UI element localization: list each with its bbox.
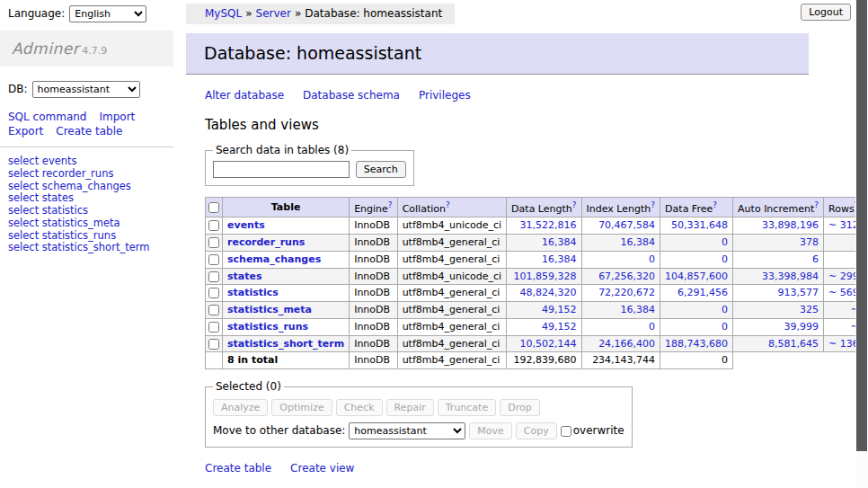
table-name-link[interactable]: recorder_runs xyxy=(227,236,305,248)
table-name-link[interactable]: statistics xyxy=(227,287,279,298)
scrollbar-thumb[interactable] xyxy=(856,0,867,451)
column-header: Table xyxy=(223,198,350,217)
data-free-cell: 6,291,456 xyxy=(660,285,733,302)
sidebar-table-link[interactable]: select recorder_runs xyxy=(8,168,173,180)
adminer-logo-text[interactable]: Adminer xyxy=(12,40,79,58)
collation-cell: utf8mb4_general_ci xyxy=(397,335,506,352)
row-checkbox[interactable] xyxy=(208,305,219,315)
column-help-link[interactable]: ? xyxy=(713,200,717,209)
overwrite-checkbox[interactable] xyxy=(561,426,571,437)
auto-increment-cell: 913,577 xyxy=(733,285,824,302)
column-help-link[interactable]: ? xyxy=(572,200,577,209)
sidebar-table-link[interactable]: select statistics_meta xyxy=(8,217,173,229)
data-length-cell: 16,384 xyxy=(507,251,581,268)
data-length-cell: 49,152 xyxy=(507,318,581,335)
database-action-link[interactable]: Privileges xyxy=(419,89,471,102)
row-checkbox[interactable] xyxy=(208,322,219,333)
copy-button[interactable]: Copy xyxy=(516,422,557,439)
index-length-cell: 0 xyxy=(581,318,660,335)
totals-data-free: 0 xyxy=(660,352,733,369)
table-name-link[interactable]: events xyxy=(227,219,265,231)
select-all-checkbox[interactable] xyxy=(208,202,219,213)
sidebar-table-link[interactable]: select states xyxy=(8,192,173,204)
create-link[interactable]: Create view xyxy=(290,462,354,475)
column-help-link[interactable]: ? xyxy=(388,200,393,209)
row-checkbox[interactable] xyxy=(208,254,219,265)
column-help-link[interactable]: ? xyxy=(446,200,450,209)
move-db-select[interactable]: homeassistant xyxy=(349,422,465,439)
sidebar-table-link[interactable]: select statistics_runs xyxy=(8,230,173,242)
analyze-button[interactable]: Analyze xyxy=(213,399,268,416)
totals-label: 8 in total xyxy=(223,352,350,369)
table-row: statesInnoDButf8mb4_unicode_ci101,859,32… xyxy=(206,268,868,285)
collation-cell: utf8mb4_general_ci xyxy=(397,302,506,319)
column-header: Collation? xyxy=(397,198,506,217)
row-checkbox[interactable] xyxy=(208,339,219,350)
table-header-row: TableEngine?Collation?Data Length?Index … xyxy=(206,198,868,217)
collation-cell: utf8mb4_unicode_ci xyxy=(397,268,506,285)
create-link[interactable]: Create table xyxy=(205,462,271,475)
table-row: statisticsInnoDButf8mb4_general_ci48,824… xyxy=(206,285,868,302)
sidebar-action-link[interactable]: Create table xyxy=(56,125,122,138)
adminer-brand: Adminer4.7.9 xyxy=(0,31,173,67)
sidebar-table-link[interactable]: select events xyxy=(8,155,173,167)
column-header: Engine? xyxy=(350,198,397,217)
auto-increment-cell: 378 xyxy=(733,235,824,252)
data-free-cell: 0 xyxy=(660,318,733,335)
sidebar-action-link[interactable]: Import xyxy=(99,111,135,123)
search-fieldset: Search data in tables (8) Search xyxy=(205,144,414,186)
engine-cell: InnoDB xyxy=(350,217,397,235)
column-help-link[interactable]: ? xyxy=(814,200,819,209)
database-action-link[interactable]: Alter database xyxy=(205,89,284,102)
table-name-link[interactable]: statistics_short_term xyxy=(227,338,344,350)
auto-increment-cell: 39,999 xyxy=(733,318,824,335)
move-button[interactable]: Move xyxy=(469,422,512,439)
row-checkbox[interactable] xyxy=(208,288,219,298)
breadcrumb-link[interactable]: Server xyxy=(256,7,291,20)
drop-button[interactable]: Drop xyxy=(500,399,539,416)
row-checkbox[interactable] xyxy=(208,237,219,248)
table-name-link[interactable]: statistics_meta xyxy=(227,304,312,315)
table-row: schema_changesInnoDButf8mb4_general_ci16… xyxy=(206,251,868,268)
row-checkbox[interactable] xyxy=(208,220,219,231)
adminer-version: 4.7.9 xyxy=(82,45,107,57)
breadcrumb: MySQL»Server»Database: homeassistant xyxy=(186,4,455,24)
column-help-link[interactable]: ? xyxy=(651,200,655,209)
sidebar-action-link[interactable]: SQL command xyxy=(8,111,86,123)
engine-cell: InnoDB xyxy=(350,285,397,302)
database-action-link[interactable]: Database schema xyxy=(303,89,400,102)
auto-increment-cell: 6 xyxy=(733,251,824,268)
totals-data-length: 192,839,680 xyxy=(507,352,581,369)
vertical-scrollbar[interactable] xyxy=(855,0,868,488)
language-label: Language: xyxy=(8,7,65,20)
search-button[interactable]: Search xyxy=(356,161,406,178)
auto-increment-cell: 33,398,984 xyxy=(733,268,824,285)
table-name-link[interactable]: schema_changes xyxy=(227,253,321,265)
auto-increment-cell: 8,581,645 xyxy=(733,335,824,352)
table-name-link[interactable]: states xyxy=(227,271,262,282)
db-select[interactable]: homeassistant xyxy=(32,81,140,98)
db-label: DB: xyxy=(8,83,28,95)
optimize-button[interactable]: Optimize xyxy=(271,399,332,416)
breadcrumb-link[interactable]: MySQL xyxy=(205,7,242,20)
check-button[interactable]: Check xyxy=(336,399,383,416)
data-free-cell: 0 xyxy=(660,302,733,319)
data-length-cell: 48,824,320 xyxy=(507,285,581,302)
sidebar-table-link[interactable]: select schema_changes xyxy=(8,181,173,192)
collation-cell: utf8mb4_general_ci xyxy=(397,235,506,252)
sidebar-table-link[interactable]: select statistics xyxy=(8,205,173,217)
truncate-button[interactable]: Truncate xyxy=(438,399,496,416)
sidebar-action-link[interactable]: Export xyxy=(8,125,43,138)
repair-button[interactable]: Repair xyxy=(386,399,434,416)
table-name-link[interactable]: statistics_runs xyxy=(227,321,308,333)
collation-cell: utf8mb4_general_ci xyxy=(397,285,506,302)
row-checkbox[interactable] xyxy=(208,271,219,282)
sidebar-table-link[interactable]: select statistics_short_term xyxy=(8,242,173,253)
search-input[interactable] xyxy=(213,161,350,178)
language-select[interactable]: English xyxy=(69,5,146,22)
index-length-cell: 16,384 xyxy=(581,302,660,319)
engine-cell: InnoDB xyxy=(350,268,397,285)
data-free-cell: 104,857,600 xyxy=(660,268,733,285)
index-length-cell: 16,384 xyxy=(581,235,660,252)
data-length-cell: 16,384 xyxy=(507,235,581,252)
